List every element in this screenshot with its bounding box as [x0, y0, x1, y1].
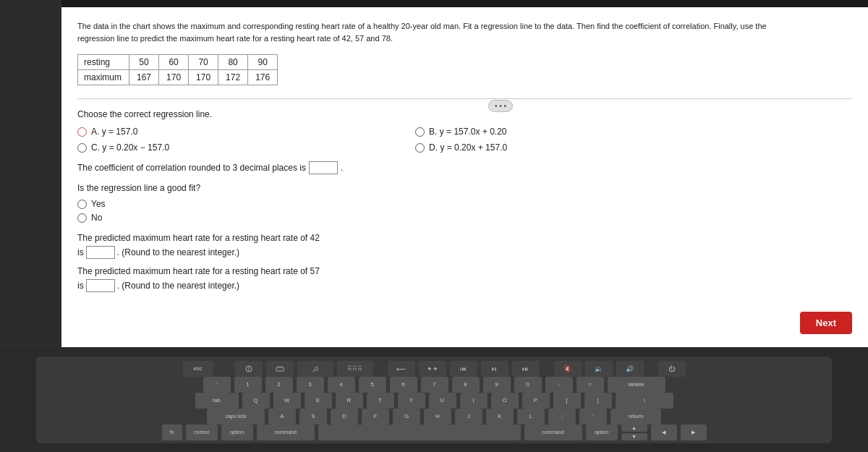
ctrl-key[interactable]: control	[186, 425, 218, 440]
key-7[interactable]: 7	[421, 377, 448, 393]
down-arrow-key[interactable]: ▼	[621, 433, 647, 440]
resting-col3: 70	[189, 55, 218, 70]
key-2[interactable]: 2	[265, 377, 293, 393]
option-c[interactable]: C. y = 0.20x − 157.0	[77, 142, 169, 153]
f2-key[interactable]	[266, 361, 294, 377]
cmd-right-key[interactable]: command	[524, 425, 582, 440]
up-arrow-key[interactable]: ▲	[621, 425, 647, 432]
q-key[interactable]: Q	[242, 393, 270, 409]
svg-rect-2	[276, 367, 284, 371]
correlation-input[interactable]	[309, 161, 338, 174]
caps-key[interactable]: caps lock	[207, 409, 265, 425]
s-key[interactable]: S	[299, 409, 327, 425]
f12-key[interactable]: 🔊	[616, 361, 644, 377]
i-key[interactable]: I	[460, 393, 488, 409]
predicted-57-answer: is . (Round to the nearest integer.)	[77, 279, 852, 292]
o-key[interactable]: O	[491, 393, 519, 409]
divider	[77, 98, 852, 99]
radio-a[interactable]	[77, 127, 87, 137]
t-key[interactable]: T	[367, 393, 394, 409]
quote-key[interactable]: '	[579, 409, 607, 425]
key-8[interactable]: 8	[452, 377, 480, 393]
lbracket-key[interactable]: [	[553, 393, 581, 409]
f1-key[interactable]	[235, 361, 263, 377]
predicted-42-answer: is . (Round to the nearest integer.)	[77, 246, 852, 259]
r-key[interactable]: R	[336, 393, 363, 409]
radio-b[interactable]	[415, 127, 425, 137]
f9-key[interactable]: ⏭	[512, 361, 540, 377]
rbracket-key[interactable]: ]	[584, 393, 612, 409]
option-c-label: C. y = 0.20x − 157.0	[91, 142, 169, 153]
key-1[interactable]: 1	[234, 377, 262, 393]
f4-key[interactable]: ⠿⠿⠿	[337, 361, 373, 377]
radio-yes[interactable]	[77, 200, 87, 209]
j-key[interactable]: J	[455, 409, 482, 425]
home-row: caps lock A S D F G H J K L ; ' return	[43, 409, 825, 425]
key-5[interactable]: 5	[359, 377, 386, 393]
number-row: ` 1 2 3 4 5 6 7 8 9 0 - = delete	[43, 377, 825, 393]
left-bezel	[0, 0, 61, 347]
semicolon-key[interactable]: ;	[548, 409, 576, 425]
fn-key[interactable]: fn	[162, 425, 182, 440]
f7-key[interactable]: ⏮	[450, 361, 477, 377]
u-key[interactable]: U	[429, 393, 456, 409]
radio-c[interactable]	[77, 143, 87, 153]
option-d[interactable]: D. y = 0.20x + 157.0	[415, 142, 507, 153]
correlation-period: .	[341, 163, 343, 173]
e-key[interactable]: E	[305, 393, 332, 409]
a-key[interactable]: A	[268, 409, 296, 425]
option-key[interactable]: option	[221, 425, 253, 440]
l-key[interactable]: L	[517, 409, 545, 425]
f11-key[interactable]: 🔉	[585, 361, 613, 377]
option-yes[interactable]: Yes	[77, 199, 852, 209]
k-key[interactable]: K	[486, 409, 514, 425]
w-key[interactable]: W	[273, 393, 301, 409]
key-9[interactable]: 9	[483, 377, 511, 393]
equals-key[interactable]: =	[576, 377, 604, 393]
f5-key[interactable]: ⟵	[388, 361, 415, 377]
key-3[interactable]: 3	[297, 377, 324, 393]
f6-key[interactable]: ✦✦	[419, 361, 446, 377]
radio-d[interactable]	[415, 143, 425, 153]
no-label: No	[91, 213, 102, 223]
keyboard-area: esc ⌟0 ⠿⠿⠿ ⟵ ✦✦ ⏮ ⏯	[0, 347, 868, 452]
key-6[interactable]: 6	[390, 377, 417, 393]
f-key[interactable]: F	[362, 409, 389, 425]
max-val1: 167	[129, 70, 159, 85]
f8-key[interactable]: ⏯	[481, 361, 509, 377]
esc-key[interactable]: esc	[183, 361, 213, 377]
option-a[interactable]: A. y = 157.0	[77, 127, 169, 137]
key-4[interactable]: 4	[328, 377, 355, 393]
y-key[interactable]: Y	[398, 393, 425, 409]
return-key[interactable]: return	[610, 409, 661, 425]
right-arrow-key[interactable]: ▶	[681, 425, 707, 440]
predicted-57-input[interactable]	[86, 279, 115, 292]
d-key[interactable]: D	[331, 409, 358, 425]
resting-col2: 60	[159, 55, 189, 70]
delete-key[interactable]: delete	[608, 377, 665, 393]
f3-key[interactable]: ⌟0	[297, 361, 333, 377]
cmd-left-key[interactable]: command	[257, 425, 315, 440]
p-key[interactable]: P	[522, 393, 550, 409]
minus-key[interactable]: -	[545, 377, 573, 393]
tab-key[interactable]: tab	[195, 393, 239, 409]
power-key[interactable]: ⏻	[658, 361, 686, 377]
resting-col1: 50	[129, 55, 159, 70]
option-right-key[interactable]: option	[586, 425, 618, 440]
option-b[interactable]: B. y = 157.0x + 0.20	[415, 127, 507, 137]
predicted-42-input[interactable]	[86, 246, 115, 259]
backtick-key[interactable]: `	[203, 377, 231, 393]
key-0[interactable]: 0	[514, 377, 542, 393]
left-arrow-key[interactable]: ◀	[651, 425, 677, 440]
backslash-key[interactable]: \	[616, 393, 673, 409]
f10-key[interactable]: 🔇	[554, 361, 582, 377]
expand-button[interactable]: • • •	[488, 100, 513, 112]
space-key[interactable]	[318, 425, 521, 440]
bottom-row: fn control option command command option…	[43, 425, 825, 440]
radio-no[interactable]	[77, 213, 87, 223]
data-table: resting 50 60 70 80 90 maximum 167 170 1…	[77, 54, 278, 85]
option-no[interactable]: No	[77, 213, 852, 223]
h-key[interactable]: H	[424, 409, 451, 425]
next-button[interactable]: Next	[800, 312, 852, 334]
g-key[interactable]: G	[393, 409, 420, 425]
